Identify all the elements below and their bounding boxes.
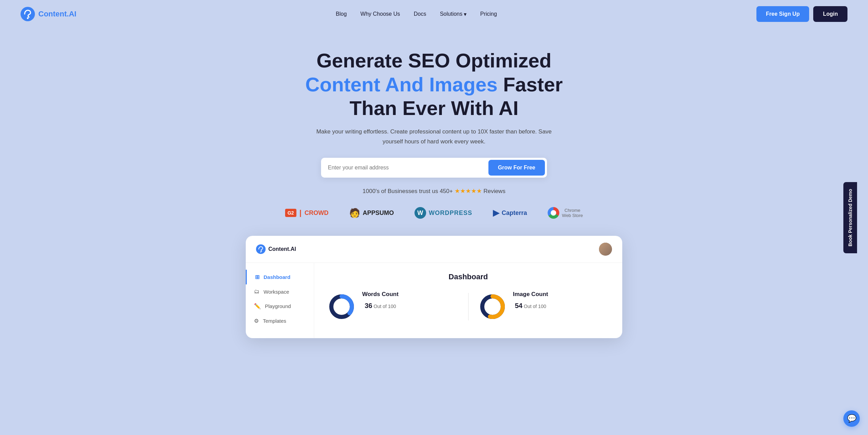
g2-crowd-text: CROWD (305, 209, 329, 217)
email-form: Grow For Free (321, 158, 547, 178)
svg-point-1 (27, 17, 29, 19)
sidebar: ⊞ Dashboard 🗂 Workspace ✏️ Playground ⚙ … (246, 263, 314, 338)
logo[interactable]: Content.AI (21, 7, 76, 21)
stats-row: Words Count 36 Out of 100 (328, 291, 609, 322)
capterra-logo: ▶ Capterra (493, 208, 527, 218)
sidebar-item-dashboard[interactable]: ⊞ Dashboard (246, 270, 314, 284)
chevron-down-icon: ▾ (464, 11, 467, 17)
appsumo-icon: 🧑 (349, 208, 360, 218)
appsumo-text: APPSUMO (363, 209, 394, 217)
sidebar-item-playground[interactable]: ✏️ Playground (246, 299, 314, 314)
capterra-icon: ▶ (493, 208, 499, 218)
grid-icon: ⊞ (255, 274, 259, 280)
chat-icon: 💬 (847, 414, 856, 423)
partner-logos: G2 | CROWD 🧑 APPSUMO W WORDPRESS ▶ Capte… (7, 207, 861, 219)
image-count-value: 54 Out of 100 (513, 300, 548, 311)
wordpress-text: WORDPRESS (429, 209, 472, 217)
edit-icon: ✏️ (254, 303, 261, 309)
nav-buttons: Free Sign Up Login (756, 6, 847, 22)
sidebar-item-templates[interactable]: ⚙ Templates (246, 314, 314, 328)
chrome-text-2: Web Store (562, 213, 583, 218)
book-demo-tab[interactable]: Book Personalized Demo (843, 182, 857, 253)
words-donut-chart (328, 293, 355, 320)
words-count-title: Words Count (362, 291, 398, 298)
stat-divider (468, 293, 469, 320)
dashboard-main: Dashboard Words Count 36 Out of 100 (314, 263, 622, 338)
user-avatar (599, 243, 612, 256)
wp-icon: W (414, 207, 426, 219)
email-input[interactable] (328, 165, 488, 171)
words-count-card: Words Count 36 Out of 100 (328, 291, 458, 322)
capterra-text: Capterra (502, 209, 527, 217)
words-count-value: 36 Out of 100 (362, 300, 398, 311)
sidebar-workspace-label: Workspace (264, 289, 289, 295)
nav-blog[interactable]: Blog (336, 11, 347, 17)
sidebar-dashboard-label: Dashboard (264, 274, 290, 280)
hero-headline: Generate SEO Optimized Content And Image… (280, 49, 588, 120)
nav-links: Blog Why Choose Us Docs Solutions ▾ Pric… (336, 11, 497, 17)
chrome-icon (548, 207, 559, 219)
sidebar-templates-label: Templates (263, 318, 286, 324)
svg-point-3 (260, 252, 261, 253)
appsumo-logo: 🧑 APPSUMO (349, 208, 394, 218)
login-button[interactable]: Login (813, 6, 847, 22)
words-count-info: Words Count 36 Out of 100 (362, 291, 398, 322)
wordpress-logo: W WORDPRESS (414, 207, 472, 219)
dashboard-preview: Content.AI ⊞ Dashboard 🗂 Workspace ✏️ (246, 236, 622, 338)
sidebar-playground-label: Playground (265, 303, 291, 309)
nav-why-choose-us[interactable]: Why Choose Us (360, 11, 400, 17)
trust-text: 1000's of Businesses trust us 450+ ★★★★★… (314, 186, 554, 196)
navbar: Content.AI Blog Why Choose Us Docs Solut… (0, 0, 868, 28)
dashboard-logo: Content.AI (256, 244, 296, 254)
dashboard-title: Dashboard (328, 272, 609, 281)
nav-pricing[interactable]: Pricing (480, 11, 497, 17)
grow-for-free-button[interactable]: Grow For Free (488, 160, 545, 176)
chrome-text-1: Chrome (562, 208, 583, 213)
hero-section: Generate SEO Optimized Content And Image… (0, 28, 868, 352)
g2-icon: G2 (285, 209, 296, 217)
nav-solutions[interactable]: Solutions ▾ (440, 11, 467, 17)
templates-icon: ⚙ (254, 318, 259, 324)
folder-icon: 🗂 (254, 289, 259, 295)
star-rating: ★★★★★ (455, 188, 482, 194)
chrome-logo: Chrome Web Store (548, 207, 583, 219)
chat-bubble[interactable]: 💬 (843, 410, 860, 427)
logo-text: Content.AI (38, 10, 76, 18)
dashboard-logo-text: Content.AI (268, 246, 296, 252)
image-count-card: Image Count 54 Out of 100 (479, 291, 609, 322)
dashboard-header: Content.AI (246, 236, 622, 263)
hero-subtext: Make your writing effortless. Create pro… (314, 127, 554, 147)
svg-point-2 (256, 244, 266, 254)
image-count-title: Image Count (513, 291, 548, 298)
nav-docs[interactable]: Docs (414, 11, 426, 17)
g2-logo: G2 | CROWD (285, 208, 329, 217)
dashboard-body: ⊞ Dashboard 🗂 Workspace ✏️ Playground ⚙ … (246, 263, 622, 338)
image-count-info: Image Count 54 Out of 100 (513, 291, 548, 322)
svg-point-0 (21, 7, 35, 21)
image-donut-chart (479, 293, 506, 320)
signup-button[interactable]: Free Sign Up (756, 6, 809, 22)
sidebar-item-workspace[interactable]: 🗂 Workspace (246, 284, 314, 299)
